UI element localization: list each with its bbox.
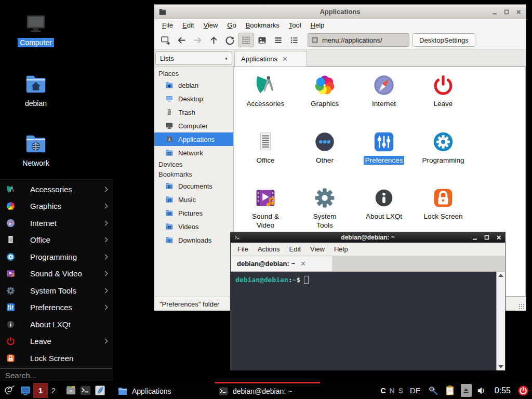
icon-view-button[interactable] [238,33,254,47]
grid-item-sound-video[interactable]: Sound & Video [236,185,295,230]
fm-menu-edit[interactable]: Edit [178,21,198,29]
sidebar-mode-combo[interactable]: Lists ▾ [155,51,232,65]
resize-grip[interactable] [518,303,524,309]
task-button-debian-debian[interactable]: debian@debian: ~ [215,382,320,399]
desktop-icon-debian[interactable]: debian [10,71,62,108]
sidebar-item-network[interactable]: Network [154,146,233,159]
terminal-scrollbar[interactable] [496,272,505,370]
grid-item-leave[interactable]: Leave [414,72,472,108]
show-desktop-button[interactable] [18,382,33,399]
close-button[interactable] [515,8,522,15]
terminal-menu-edit[interactable]: Edit [285,245,305,253]
maximize-button[interactable] [503,8,510,15]
grid-item-graphics[interactable]: Graphics [296,72,354,108]
fm-titlebar[interactable]: Applications [154,5,526,19]
fm-menu-file[interactable]: File [157,21,178,29]
start-menu-item-preferences[interactable]: Preferences [0,299,113,316]
sidebar-item-music[interactable]: Music [154,193,233,206]
sidebar-item-documents[interactable]: Documents [154,179,233,193]
keyboard-indicator-c: C [380,387,385,395]
terminal-screen[interactable]: debian@debian:~$ [231,272,505,370]
desktop-settings-button[interactable]: DesktopSettings [413,33,475,47]
sidebar-item-computer[interactable]: Computer [154,119,233,132]
sidebar-item-trash[interactable]: Trash [154,105,233,119]
start-menu-item-sound-video[interactable]: Sound & Video [0,265,113,283]
up-button[interactable] [206,33,222,47]
close-button[interactable] [495,234,502,241]
detailed-view-button[interactable] [286,33,302,47]
reload-button[interactable] [222,33,238,47]
sidebar-item-applications[interactable]: Applications [154,132,233,146]
desktop-icon-computer[interactable]: Computer [10,10,62,47]
workspace-button-1[interactable]: 1 [33,383,48,398]
power-button[interactable] [517,382,529,399]
start-menu-item-about-lxqt[interactable]: About LXQt [0,316,113,333]
task-button-applications[interactable]: Applications [114,382,215,399]
workspace-button-2[interactable]: 2 [48,382,59,399]
start-menu-item-lock-screen[interactable]: Lock Screen [0,350,113,367]
sidebar-item-debian[interactable]: debian [154,78,233,92]
grid-item-other[interactable]: Other [296,129,354,165]
terminal-menu-file[interactable]: File [233,245,253,253]
menu-item-label: Lock Screen [30,354,107,363]
compact-view-button[interactable] [270,33,286,47]
launcher-text-editor[interactable] [92,382,107,399]
address-scheme-icon [311,36,319,44]
scroll-down-icon[interactable] [498,365,503,368]
maximize-button[interactable] [483,234,490,241]
launcher-terminal[interactable] [78,382,92,399]
terminal-titlebar[interactable]: debian@debian: ~ [231,232,505,243]
desktop-icon [165,95,174,103]
sidebar-item-pictures[interactable]: Pictures [154,206,233,220]
grid-item-system-tools[interactable]: System Tools [296,185,354,230]
start-menu-item-internet[interactable]: Internet [0,215,113,232]
minimize-button[interactable] [491,8,498,15]
screenshot-button[interactable] [428,382,439,399]
clock[interactable]: 0:55 [495,386,511,395]
fm-menu-tool[interactable]: Tool [284,21,306,29]
scroll-up-icon[interactable] [498,274,503,277]
fm-menu-go[interactable]: Go [222,21,241,29]
app-menu-button[interactable] [1,382,18,399]
tab-close-icon[interactable]: ✕ [300,260,306,267]
start-menu-item-graphics[interactable]: Graphics [0,198,113,215]
grid-item-internet[interactable]: Internet [355,72,413,108]
desktop-icon-network[interactable]: Network [10,131,62,168]
minimize-button[interactable] [471,234,478,241]
grid-item-lock-screen[interactable]: Lock Screen [414,185,472,221]
grid-item-programming[interactable]: Programming [414,129,472,165]
grid-item-office[interactable]: Office [236,129,295,165]
start-menu-item-leave[interactable]: Leave [0,333,113,350]
clipboard-button[interactable] [444,382,456,399]
search-input[interactable] [0,369,113,382]
terminal-menu-actions[interactable]: Actions [253,245,285,253]
keyboard-layout[interactable]: DE [410,386,421,395]
start-menu-item-office[interactable]: Office [0,232,113,249]
terminal-menu-view[interactable]: View [305,245,329,253]
fm-menu-view[interactable]: View [198,21,222,29]
menu-item-label: About LXQt [30,320,107,329]
new-tab-button[interactable] [157,33,174,47]
sidebar-item-downloads[interactable]: Downloads [154,233,233,247]
start-menu-item-programming[interactable]: Programming [0,248,113,265]
fm-menu-help[interactable]: Help [306,21,329,29]
sidebar-item-desktop[interactable]: Desktop [154,92,233,105]
grid-item-preferences[interactable]: Preferences [355,129,413,165]
start-menu-item-accessories[interactable]: Accessories [0,181,113,198]
thumbnail-view-button[interactable] [254,33,270,47]
terminal-tab[interactable]: debian@debian: ~ ✕ [231,256,333,271]
address-bar[interactable]: menu://applications/ [308,33,409,47]
volume-button[interactable] [476,382,488,399]
launcher-file-manager[interactable] [63,382,78,399]
start-menu-item-system-tools[interactable]: System Tools [0,282,113,299]
back-button[interactable] [174,33,190,47]
tab-applications[interactable]: Applications ✕ [234,51,307,66]
eject-button[interactable] [461,384,472,397]
sidebar-item-videos[interactable]: Videos [154,220,233,233]
tab-close-icon[interactable]: ✕ [282,56,288,62]
grid-item-accessories[interactable]: Accessories [236,72,295,108]
forward-button[interactable] [190,33,206,47]
grid-item-about-lxqt[interactable]: About LXQt [355,185,413,221]
fm-menu-bookmarks[interactable]: Bookmarks [241,21,284,29]
terminal-menu-help[interactable]: Help [329,245,353,253]
